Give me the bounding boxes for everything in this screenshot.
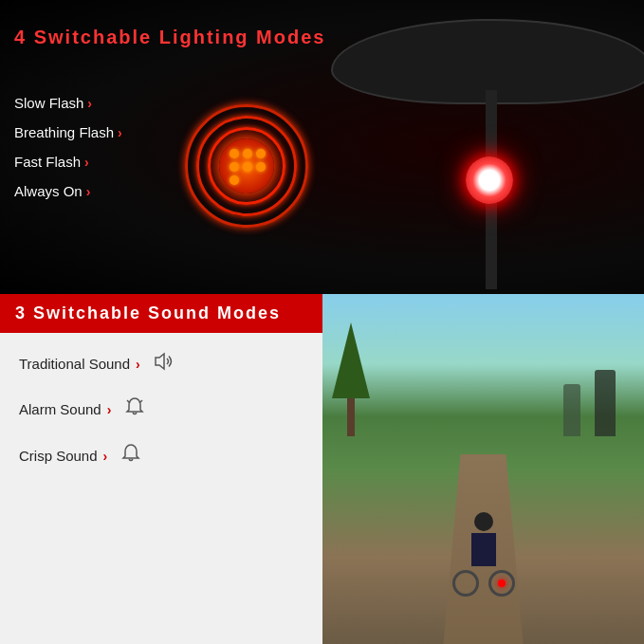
led-dot	[230, 175, 239, 185]
sound-title: 3 Switchable Sound Modes	[15, 304, 281, 322]
speaker-icon	[154, 352, 175, 376]
sound-section: 3 Switchable Sound Modes Traditional Sou…	[0, 294, 322, 644]
mode-label: Fast Flash	[14, 154, 81, 170]
led-dot	[230, 149, 239, 158]
led-dot	[230, 162, 239, 172]
sound-arrow: ›	[103, 449, 108, 464]
list-item: Breathing Flash ›	[14, 124, 122, 140]
mode-arrow: ›	[87, 96, 92, 111]
sound-modes-list: Traditional Sound › Alarm Sound ›	[0, 333, 322, 508]
cyclist	[452, 512, 515, 597]
tail-light-circle	[466, 156, 513, 204]
led-ring-inner	[219, 138, 274, 193]
list-item: Traditional Sound ›	[19, 352, 304, 376]
person-silhouette	[595, 370, 616, 436]
sound-banner: 3 Switchable Sound Modes	[0, 294, 322, 333]
top-section: 4 Switchable Lighting Modes Slow Flash ›…	[0, 0, 644, 294]
led-visual	[185, 104, 308, 228]
led-dot	[256, 149, 266, 158]
bike-taillight	[498, 580, 506, 587]
wheel-front	[452, 570, 479, 597]
list-item: Alarm Sound ›	[19, 396, 304, 422]
sound-mode-label: Alarm Sound	[19, 401, 101, 417]
alarm-bell-icon	[124, 396, 145, 422]
outdoor-background	[322, 294, 644, 644]
mode-label: Breathing Flash	[14, 124, 114, 140]
mode-arrow: ›	[118, 125, 122, 140]
sound-arrow: ›	[107, 402, 112, 417]
sound-mode-label: Traditional Sound	[19, 356, 130, 372]
led-dot	[256, 162, 266, 172]
cyclist-body	[471, 533, 496, 566]
sound-mode-label: Crisp Sound	[19, 448, 98, 464]
saddle-illustration	[303, 0, 644, 171]
bottom-section: 3 Switchable Sound Modes Traditional Sou…	[0, 294, 644, 644]
tree-trunk	[347, 398, 355, 436]
led-dot	[243, 149, 252, 158]
tree-top	[332, 322, 370, 398]
cyclist-head	[474, 512, 493, 531]
lighting-title: 4 Switchable Lighting Modes	[14, 27, 325, 48]
lighting-modes-list: Slow Flash › Breathing Flash › Fast Flas…	[14, 95, 122, 212]
person-silhouette	[563, 384, 580, 436]
sound-arrow: ›	[136, 357, 140, 372]
led-dot-center	[243, 162, 252, 172]
svg-marker-0	[156, 354, 164, 369]
list-item: Slow Flash ›	[14, 95, 122, 111]
led-dots	[230, 149, 264, 183]
list-item: Fast Flash ›	[14, 154, 122, 170]
outdoor-photo	[322, 294, 644, 644]
mode-arrow: ›	[86, 184, 91, 199]
list-item: Always On ›	[14, 183, 122, 199]
mode-label: Always On	[14, 183, 83, 199]
wheel-rear	[488, 570, 515, 597]
list-item: Crisp Sound ›	[19, 443, 304, 469]
tail-light	[466, 156, 513, 204]
mode-arrow: ›	[84, 155, 89, 170]
tree-left	[332, 322, 370, 436]
mode-label: Slow Flash	[14, 95, 83, 111]
bell-icon	[120, 443, 141, 469]
